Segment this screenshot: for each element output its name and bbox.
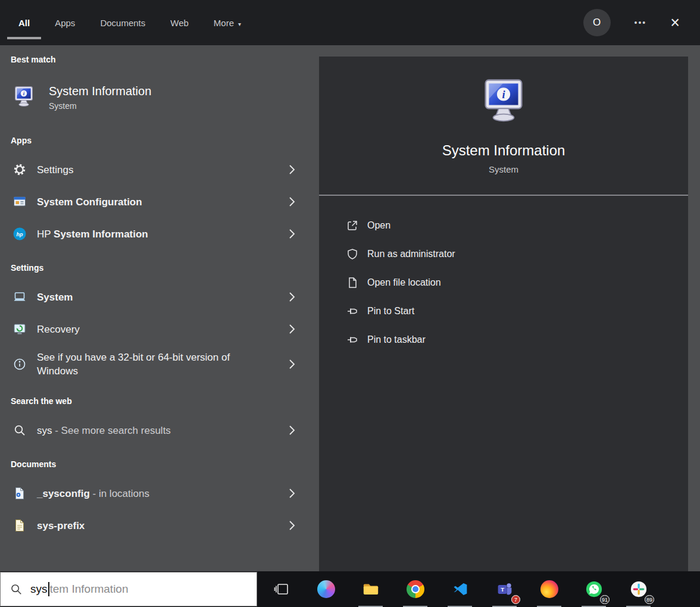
hp-icon: hp (12, 226, 27, 242)
chevron-right-icon[interactable] (289, 520, 295, 531)
svg-text:hp: hp (17, 231, 23, 237)
result-32bit-64bit[interactable]: See if you have a 32-bit or 64-bit versi… (0, 345, 307, 383)
tab-documents-label: Documents (100, 18, 145, 28)
result-recovery[interactable]: Recovery (0, 313, 307, 345)
result-label: Recovery (37, 323, 80, 336)
result-label: HP System Information (37, 227, 148, 241)
close-button[interactable]: × (670, 15, 680, 31)
taskbar-vscode-button[interactable] (438, 571, 482, 607)
system-information-icon: i (12, 86, 36, 109)
section-header-documents: Documents (11, 459, 296, 469)
result-label: System (37, 290, 73, 304)
tab-apps-label: Apps (55, 18, 75, 28)
whatsapp-badge: 91 (600, 595, 610, 604)
action-label: Pin to Start (367, 306, 414, 317)
action-label: Open (367, 220, 390, 231)
chevron-right-icon[interactable] (289, 229, 295, 239)
action-label: Run as administrator (367, 249, 455, 259)
best-match-title: System Information (49, 85, 151, 98)
inline-suggestion: tem Information (50, 583, 129, 596)
slack-icon (630, 580, 648, 598)
chevron-right-icon[interactable] (289, 359, 295, 370)
topbar-actions: O ••• × (583, 9, 680, 36)
taskbar-teams-button[interactable]: T 7 (482, 571, 527, 607)
taskbar-slack-button[interactable]: 89 (616, 571, 661, 607)
taskbar-firefox-button[interactable] (527, 571, 571, 607)
laptop-icon (12, 289, 27, 305)
tab-all-label: All (18, 18, 30, 28)
chevron-right-icon[interactable] (289, 292, 295, 302)
tab-all[interactable]: All (18, 18, 30, 28)
teams-badge: 7 (511, 595, 520, 604)
search-icon (12, 423, 27, 438)
result-label: See if you have a 32-bit or 64-bit versi… (37, 351, 233, 378)
more-options-button[interactable]: ••• (635, 18, 647, 27)
section-header-apps: Apps (11, 136, 296, 145)
result-label: _sysconfig - in locations (37, 487, 149, 500)
chevron-right-icon[interactable] (289, 425, 295, 436)
result-best-match[interactable]: i System Information System (0, 73, 307, 123)
file-explorer-icon (362, 580, 380, 598)
result-system-configuration[interactable]: System Configuration (0, 186, 307, 218)
whatsapp-icon (585, 580, 603, 598)
action-label: Open file location (367, 277, 441, 288)
tab-documents[interactable]: Documents (100, 18, 145, 28)
search-input-text[interactable]: system Information (30, 582, 129, 596)
task-view-button[interactable] (259, 571, 304, 607)
tab-more-label: More (214, 18, 234, 28)
taskbar-chrome-button[interactable] (393, 571, 438, 607)
taskbar-search-box[interactable]: system Information (0, 572, 257, 606)
firefox-icon (540, 580, 558, 598)
result-hp-system-information[interactable]: hp HP System Information (0, 218, 307, 250)
action-pin-to-start[interactable]: Pin to Start (319, 297, 688, 326)
result-label: System Configuration (37, 195, 142, 209)
taskbar-whatsapp-button[interactable]: 91 (571, 571, 616, 607)
chevron-right-icon[interactable] (289, 488, 295, 499)
info-circle-icon (12, 356, 27, 372)
taskbar-icons: T 7 91 (259, 571, 661, 607)
result-doc-sys-prefix[interactable]: sys-prefix (0, 509, 307, 542)
typed-query: sys (30, 583, 48, 596)
search-filter-tabs: All Apps Documents Web More▾ (18, 18, 241, 28)
action-run-as-administrator[interactable]: Run as administrator (319, 240, 688, 268)
result-label: sys - See more search results (37, 424, 171, 437)
context-actions: Open Run as administrator Open file loca… (319, 211, 688, 354)
tab-web-label: Web (170, 18, 189, 28)
tab-web[interactable]: Web (170, 18, 189, 28)
slack-badge: 89 (645, 595, 654, 604)
preview-title: System Information (442, 142, 565, 159)
shield-icon (346, 248, 358, 260)
action-open[interactable]: Open (319, 211, 688, 240)
search-icon (10, 583, 23, 596)
tab-more[interactable]: More▾ (214, 18, 241, 28)
result-label: sys-prefix (37, 519, 85, 533)
result-system[interactable]: System (0, 281, 307, 313)
recovery-icon (12, 321, 27, 337)
action-open-file-location[interactable]: Open file location (319, 268, 688, 297)
taskbar-copilot-button[interactable] (304, 571, 348, 607)
result-web-sys[interactable]: sys - See more search results (0, 414, 307, 446)
start-search-flyout: All Apps Documents Web More▾ O ••• × Bes… (0, 0, 700, 607)
section-header-search-the-web: Search the web (11, 396, 296, 406)
avatar-initial: O (593, 17, 601, 29)
taskbar-file-explorer-button[interactable] (348, 571, 393, 607)
best-match-text: System Information System (49, 85, 151, 111)
tab-apps[interactable]: Apps (55, 18, 75, 28)
user-avatar[interactable]: O (583, 9, 611, 36)
result-label: Settings (37, 163, 73, 177)
copilot-icon (317, 580, 335, 598)
result-doc-sysconfig[interactable]: _sysconfig - in locations (0, 477, 307, 509)
chevron-right-icon[interactable] (289, 196, 295, 207)
best-match-subtitle: System (49, 101, 151, 111)
action-pin-to-taskbar[interactable]: Pin to taskbar (319, 326, 688, 354)
taskbar: system Information (0, 571, 700, 607)
result-settings[interactable]: Settings (0, 154, 307, 186)
svg-text:i: i (502, 88, 505, 101)
chevron-right-icon[interactable] (289, 324, 295, 334)
action-label: Pin to taskbar (367, 334, 426, 345)
chevron-right-icon[interactable] (289, 164, 295, 175)
preview-pane: i System Information System Open (319, 57, 688, 571)
file-location-icon (346, 277, 358, 289)
vscode-icon (452, 581, 468, 597)
preview-subtitle: System (489, 164, 518, 174)
